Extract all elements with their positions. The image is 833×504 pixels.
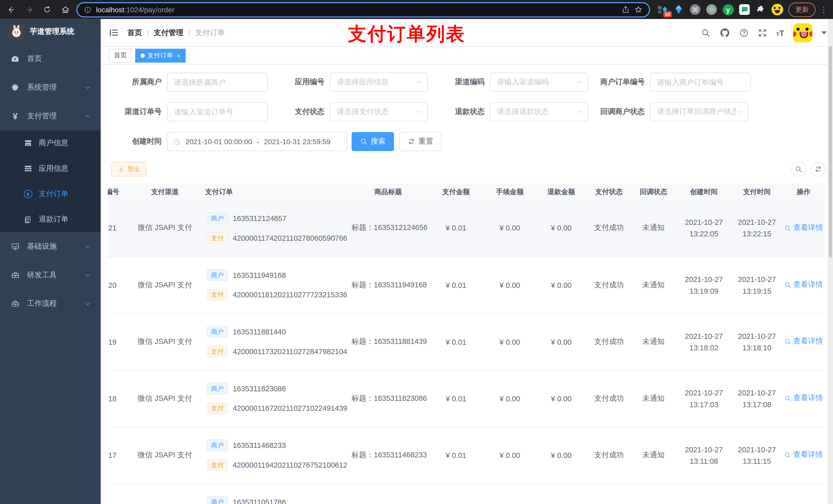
view-detail-link[interactable]: 查看详情 (784, 393, 823, 403)
address-bar[interactable]: localhost:1024/pay/order (76, 2, 650, 17)
view-detail-link[interactable]: 查看详情 (784, 450, 823, 460)
col-id: 编号 (108, 183, 128, 200)
browser-update-button[interactable]: 更新 (788, 2, 815, 17)
scrollbar-thumb[interactable] (829, 46, 832, 258)
site-info-icon[interactable] (84, 6, 92, 14)
sidebar-toggle-icon[interactable] (109, 28, 119, 38)
show-search-button[interactable] (791, 162, 806, 176)
help-icon[interactable] (739, 28, 748, 38)
kite-extension-icon[interactable] (673, 4, 685, 15)
breadcrumb-pay[interactable]: 支付管理 (154, 28, 184, 38)
close-tab-icon[interactable]: × (176, 52, 180, 59)
cell-pay-order: 商户1635311949168 支付4200001181202110277723… (202, 257, 348, 313)
merchant-input[interactable] (167, 73, 268, 92)
sidebar-item-infra[interactable]: 基础设施 (0, 232, 101, 261)
col-pay-order: 支付订单 (202, 183, 348, 200)
table-header-row: 编号 支付渠道 支付订单 商品标题 支付金额 手续金额 退款金额 支付状态 回调… (108, 183, 825, 200)
browser-toolbar: localhost:1024/pay/order 10 ⌘ y 更新 ⋮ (0, 0, 833, 19)
tab-pay-order[interactable]: 支付订单 × (135, 48, 186, 62)
view-detail-link[interactable]: 查看详情 (784, 337, 823, 346)
merchant-order-no-input[interactable] (650, 73, 751, 92)
col-fee: 手续金额 (484, 183, 536, 200)
cell-refund: ¥ 0.00 (536, 257, 587, 313)
pay-tag: 支付 (207, 346, 228, 358)
sketch-extension-icon[interactable]: 10 (657, 4, 668, 15)
app-logo[interactable]: 芋道管理系统 (0, 19, 101, 45)
cell-notify (631, 483, 676, 504)
view-detail-link[interactable]: 查看详情 (784, 280, 823, 289)
cell-notify: 未通知 (631, 370, 676, 427)
cell-pay-order: 商户1635311881440 支付4200001173202110272847… (202, 313, 348, 370)
col-title: 商品标题 (348, 183, 428, 200)
reset-button[interactable]: 重置 (399, 132, 442, 151)
app-title: 芋道管理系统 (30, 27, 74, 37)
sidebar-item-refund-order[interactable]: 退款订单 (0, 207, 101, 232)
logo-image (8, 24, 24, 40)
extensions-puzzle-icon[interactable] (755, 4, 767, 15)
reload-button[interactable] (40, 3, 54, 16)
bookmark-star-icon[interactable] (634, 5, 643, 14)
view-detail-link[interactable]: 查看详情 (784, 223, 823, 233)
cell-fee: ¥ 0.00 (484, 370, 536, 427)
channel-order-no-input[interactable] (167, 102, 268, 122)
search-icon[interactable] (701, 28, 710, 38)
search-button[interactable]: 搜索 (352, 132, 394, 151)
command-extension-icon[interactable]: ⌘ (689, 4, 701, 15)
fullscreen-icon[interactable] (757, 28, 767, 38)
sidebar-item-home[interactable]: 首页 (0, 45, 101, 73)
cell-fee: ¥ 0.00 (484, 313, 536, 370)
merchant-order-no: 1635311823086 (233, 384, 286, 393)
sidebar-item-workflow[interactable]: 工作流程 (0, 289, 101, 318)
select-caret-icon (576, 109, 582, 115)
monitor-icon (10, 242, 20, 251)
notify-status-select[interactable]: 请选择订单回调商户状态 (650, 102, 748, 122)
sidebar-item-merchant-info[interactable]: 商户信息 (0, 130, 101, 156)
avatar-caret-icon[interactable] (821, 31, 827, 34)
refund-status-select[interactable]: 请选择退款状态 (490, 102, 588, 122)
app-id-select[interactable]: 请选择应用信息 (330, 73, 428, 92)
grid-icon (23, 164, 32, 173)
record-extension-icon[interactable] (706, 4, 717, 15)
font-size-icon[interactable]: TT (776, 28, 784, 38)
sidebar-item-pay-order[interactable]: ¥ 支付订单 (0, 181, 101, 207)
sidebar-item-system[interactable]: 系统管理 (0, 73, 101, 102)
sidebar-item-app-info[interactable]: 应用信息 (0, 156, 101, 181)
back-button[interactable] (4, 3, 18, 16)
browser-menu-icon[interactable]: ⋮ (820, 5, 828, 14)
user-avatar[interactable] (793, 23, 812, 43)
channel-code-select[interactable]: 请输入渠道编码 (490, 73, 588, 92)
breadcrumb-current: 支付订单 (195, 28, 224, 38)
merchant-tag: 商户 (207, 383, 228, 394)
sidebar-item-pay[interactable]: ¥ 支付管理 (0, 102, 101, 130)
filter-row-2: 渠道订单号 支付状态 请选择支付状态 退款状态 请选择退款状态 回调商户状 (112, 102, 833, 122)
cell-id: 21 (108, 200, 128, 256)
sidebar-item-dev-tools[interactable]: 研发工具 (0, 261, 101, 289)
forward-button[interactable] (22, 3, 36, 16)
y-extension-icon[interactable]: y (722, 4, 734, 15)
col-channel: 支付渠道 (128, 183, 202, 200)
col-pay-time: 支付时间 (732, 183, 782, 200)
pay-status-select[interactable]: 请选择支付状态 (330, 102, 428, 122)
github-icon[interactable] (719, 28, 730, 38)
export-button[interactable]: 导出 (112, 162, 146, 176)
filter-notify-status: 回调商户状态 请选择订单回调商户状态 (594, 102, 748, 122)
page-scrollbar[interactable] (828, 19, 833, 504)
share-icon[interactable] (621, 5, 630, 14)
cell-notify: 未通知 (631, 427, 676, 483)
briefcase-icon (10, 299, 20, 308)
cell-amount: ¥ 0.01 (428, 313, 484, 370)
date-range-picker[interactable]: 2021-10-01 00:00:00 - 2021-10-31 23:59:5… (167, 132, 347, 151)
cell-pay-time: 2021-10-2713:18:10 (732, 313, 782, 370)
cell-pay-order: 商户1635311051786 支付 (202, 483, 348, 504)
refresh-table-button[interactable] (811, 162, 826, 176)
cell-channel: 微信 JSAPI 支付 (128, 257, 202, 313)
chat-extension-icon[interactable] (739, 4, 751, 15)
breadcrumb-home[interactable]: 首页 (127, 28, 142, 38)
table-row: 17 微信 JSAPI 支付 商户1635311468233 支付4200001… (108, 427, 825, 483)
profile-avatar-icon[interactable] (771, 4, 783, 15)
merchant-order-no: 1635311949168 (233, 271, 286, 280)
tab-home[interactable]: 首页 (109, 48, 132, 62)
browser-nav (4, 3, 72, 16)
home-button[interactable] (58, 3, 72, 16)
col-actions: 操作 (782, 183, 825, 200)
